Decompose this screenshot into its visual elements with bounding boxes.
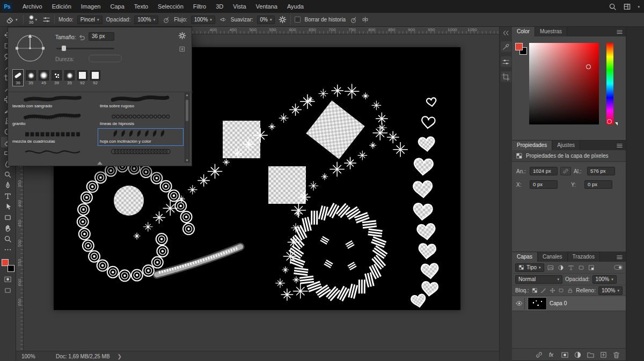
color-tab-color[interactable]: Color: [512, 27, 535, 36]
lock-pixels-icon[interactable]: [540, 287, 547, 294]
brush-settings-panel-icon[interactable]: [42, 16, 50, 24]
new-group-icon[interactable]: [587, 351, 595, 359]
brush-tip[interactable]: 39: [51, 69, 62, 86]
menu-archivo[interactable]: Archivo: [18, 1, 47, 12]
filter-adjustment-layers-icon[interactable]: [557, 264, 565, 271]
filter-toggle-switch[interactable]: [614, 265, 623, 270]
screen-mode-button[interactable]: [0, 286, 16, 294]
brush-popup-gear-icon[interactable]: [178, 32, 186, 40]
scroll-down-icon[interactable]: ▼: [185, 159, 189, 162]
menu-ventana[interactable]: Ventana: [251, 1, 282, 12]
menu-3d[interactable]: 3D: [211, 1, 228, 12]
layer-name[interactable]: Capa 0: [550, 300, 567, 306]
filter-type-layers-icon[interactable]: [567, 264, 575, 271]
search-icon[interactable]: [609, 3, 617, 11]
status-options-chevron[interactable]: ❯: [118, 353, 122, 359]
y-field[interactable]: 0 px: [584, 180, 612, 189]
brush-tip[interactable]: 35: [64, 69, 75, 86]
brush-preset[interactable]: granito: [10, 110, 96, 128]
brush-angle-control[interactable]: [13, 32, 47, 65]
layer-thumbnail[interactable]: [528, 298, 546, 310]
brush-tip[interactable]: 92: [90, 69, 101, 86]
layer-fill-field[interactable]: 100% ▾: [598, 286, 623, 295]
layers-tab-canales[interactable]: Canales: [538, 252, 568, 262]
new-adjustment-layer-icon[interactable]: [574, 351, 582, 359]
scroll-up-icon[interactable]: ▲: [185, 93, 189, 97]
hand-tool[interactable]: [1, 223, 15, 233]
color-swatches[interactable]: [2, 259, 14, 272]
new-brush-preset-icon[interactable]: [179, 46, 186, 53]
brush-preset[interactable]: mezcla de cuadrículas: [10, 128, 96, 146]
collapse-panels-icon[interactable]: [502, 29, 510, 37]
brush-tip[interactable]: 36: [12, 69, 24, 86]
pressure-size-icon[interactable]: [349, 16, 357, 24]
height-field[interactable]: 576 px: [587, 167, 615, 175]
layer-opacity-field[interactable]: 100% ▾: [592, 275, 617, 284]
brush-preset[interactable]: líneas de hipnosis: [98, 110, 184, 128]
modo-dropdown[interactable]: Pincel ▾: [77, 16, 103, 24]
color-picker-marker[interactable]: [586, 64, 591, 69]
brush-preset[interactable]: tinta sobre rugoso: [98, 93, 184, 110]
brush-preset[interactable]: hoja con inclinación y color: [98, 128, 184, 146]
color-swatches-mini[interactable]: [515, 43, 529, 57]
smoothing-gear-icon[interactable]: [279, 16, 287, 24]
properties-panel-menu-icon[interactable]: [616, 141, 626, 150]
panel-strip-icon-2[interactable]: [501, 56, 511, 67]
panel-strip-icon-3[interactable]: [501, 71, 511, 82]
link-dimensions-button[interactable]: [560, 167, 571, 175]
hue-slider-marker[interactable]: [607, 119, 612, 124]
popup-resize-grip[interactable]: [97, 161, 103, 165]
properties-tab-ajustes[interactable]: Ajustes: [552, 141, 580, 150]
tool-preset-button[interactable]: ▾: [4, 14, 19, 25]
zoom-tool[interactable]: [1, 233, 15, 244]
brush-preset[interactable]: [10, 146, 96, 163]
lock-position-icon[interactable]: [550, 287, 556, 294]
dodge-tool[interactable]: [1, 169, 15, 180]
menu-texto[interactable]: Texto: [129, 1, 153, 12]
brush-preset[interactable]: lavado con sangrado: [10, 93, 96, 110]
filter-smart-objects-icon[interactable]: [588, 264, 595, 271]
filter-type-dropdown[interactable]: Tipo ▾: [515, 263, 544, 272]
panel-strip-icon-1[interactable]: [501, 41, 511, 52]
brush-preset-picker-button[interactable]: 36 ▾: [27, 14, 39, 26]
symmetry-icon[interactable]: [361, 16, 369, 24]
properties-tab-propiedades[interactable]: Propiedades: [512, 141, 552, 150]
menu-imagen[interactable]: Imagen: [76, 1, 106, 12]
brush-tip[interactable]: 92: [77, 69, 88, 86]
type-tool[interactable]: [1, 190, 15, 201]
add-mask-icon[interactable]: [561, 351, 569, 359]
flujo-field[interactable]: 100% ▾: [191, 16, 215, 24]
lock-all-icon[interactable]: [567, 287, 574, 294]
blend-mode-dropdown[interactable]: Normal ▾: [515, 275, 562, 284]
scrollbar-thumb[interactable]: [186, 100, 188, 121]
workspace-icon[interactable]: [623, 3, 631, 11]
reset-size-icon[interactable]: [78, 33, 86, 41]
brush-tip[interactable]: 35: [25, 69, 36, 86]
airbrush-icon[interactable]: [219, 16, 227, 24]
pressure-opacity-icon[interactable]: [162, 16, 170, 24]
filter-shape-layers-icon[interactable]: [577, 264, 585, 271]
lock-transparency-icon[interactable]: [532, 287, 538, 294]
size-slider-thumb[interactable]: [62, 46, 66, 51]
pen-tool[interactable]: [1, 180, 15, 190]
brush-preset[interactable]: [98, 146, 184, 163]
hue-slider[interactable]: [606, 43, 613, 124]
layers-tab-trazados[interactable]: Trazados: [568, 252, 600, 262]
foreground-color-swatch[interactable]: [515, 43, 523, 50]
path-selection-tool[interactable]: [1, 201, 15, 212]
menu-capa[interactable]: Capa: [105, 1, 129, 12]
new-layer-icon[interactable]: [599, 351, 608, 359]
quick-mask-button[interactable]: [0, 275, 16, 283]
layers-tab-capas[interactable]: Capas: [512, 252, 538, 262]
zoom-level-field[interactable]: 100%: [21, 353, 46, 359]
color-tab-muestras[interactable]: Muestras: [535, 27, 567, 36]
brush-list-scrollbar[interactable]: ▲ ▼: [185, 93, 189, 163]
lock-artboard-icon[interactable]: [558, 287, 565, 294]
more-tools-tool[interactable]: [1, 244, 15, 255]
menu-filtro[interactable]: Filtro: [188, 1, 211, 12]
layer-visibility-toggle[interactable]: [514, 298, 525, 310]
brush-tip[interactable]: 45: [38, 69, 49, 86]
borrar-historia-checkbox[interactable]: [295, 17, 301, 23]
menu-vista[interactable]: Vista: [228, 1, 251, 12]
background-color-swatch[interactable]: [8, 265, 14, 272]
